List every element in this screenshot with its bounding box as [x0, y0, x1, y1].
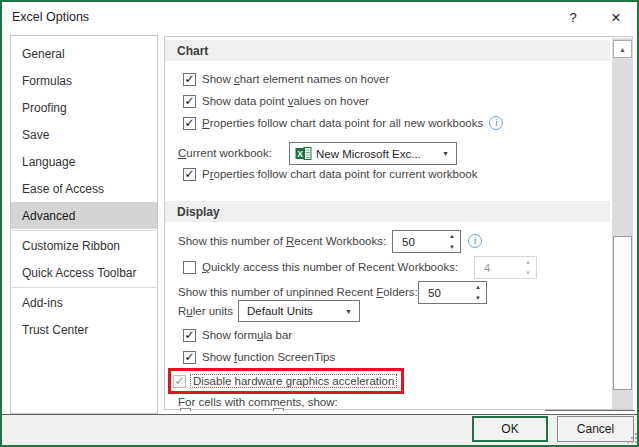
- panel-edge-line: [545, 410, 635, 411]
- spinner-up-icon[interactable]: ▲: [444, 231, 460, 242]
- show-formula-bar-label: Show formula bar: [202, 329, 292, 341]
- sidebar-item-customize-ribbon[interactable]: Customize Ribbon: [11, 232, 157, 259]
- spinner-down-icon[interactable]: ▼: [444, 242, 460, 253]
- footer-bar: OK Cancel: [2, 415, 639, 447]
- excel-workbook-icon: X: [295, 146, 312, 161]
- sidebar-item-add-ins[interactable]: Add-ins: [11, 289, 157, 316]
- scrollbar-thumb[interactable]: [613, 236, 632, 390]
- properties-follow-current-workbook-label: Properties follow chart data point for c…: [202, 168, 478, 180]
- sidebar-item-general[interactable]: General: [11, 40, 157, 67]
- unpinned-folders-label: Show this number of unpinned Recent Fold…: [178, 286, 418, 298]
- display-section-title: Display: [177, 205, 220, 219]
- sidebar-separator: [12, 287, 156, 288]
- scroll-up-icon[interactable]: ▲: [613, 40, 632, 58]
- sidebar-item-quick-access-toolbar[interactable]: Quick Access Toolbar: [11, 259, 157, 286]
- properties-follow-current-workbook-row: ✓ Properties follow chart data point for…: [183, 166, 478, 182]
- show-function-screentips-checkbox[interactable]: ✓: [183, 351, 196, 364]
- info-icon: i: [468, 234, 482, 248]
- recent-workbooks-label: Show this number of Recent Workbooks:: [178, 235, 386, 247]
- sidebar-item-trust-center[interactable]: Trust Center: [11, 316, 157, 343]
- disable-hardware-graphics-acceleration-checkbox[interactable]: ✓: [173, 375, 186, 388]
- spinner-down-icon: ▼: [520, 268, 536, 279]
- spinner-down-icon[interactable]: ▼: [470, 293, 486, 304]
- ruler-units-row: Ruler units: [178, 303, 233, 319]
- sidebar-item-ease-of-access[interactable]: Ease of Access: [11, 175, 157, 202]
- ok-button[interactable]: OK: [472, 416, 548, 442]
- show-chart-element-names-row: ✓ Show chart element names on hover: [183, 71, 389, 87]
- for-cells-with-comments-row: For cells with comments, show:: [178, 394, 338, 410]
- show-chart-element-names-label: Show chart element names on hover: [202, 73, 389, 85]
- properties-follow-new-workbooks-row: ✓ Properties follow chart data point for…: [183, 115, 503, 131]
- sidebar-separator: [12, 230, 156, 231]
- recent-workbooks-value[interactable]: 50: [393, 231, 444, 252]
- red-annotation-box: ✓ Disable hardware graphics acceleration: [168, 368, 404, 394]
- sidebar: GeneralFormulasProofingSaveLanguageEase …: [10, 35, 158, 414]
- show-function-screentips-row: ✓ Show function ScreenTips: [183, 349, 335, 365]
- current-workbook-dropdown[interactable]: X New Microsoft Exc... ▼: [289, 142, 457, 165]
- unpinned-folders-spinner[interactable]: 50 ▲ ▼: [418, 281, 487, 304]
- ruler-units-dropdown[interactable]: Default Units ▼: [238, 300, 360, 322]
- show-formula-bar-row: ✓ Show formula bar: [183, 327, 292, 343]
- chevron-down-icon: ▼: [442, 150, 456, 157]
- spinner-up-icon[interactable]: ▲: [470, 282, 486, 293]
- show-function-screentips-label: Show function ScreenTips: [202, 351, 335, 363]
- display-section-header: Display: [165, 201, 610, 222]
- for-cells-with-comments-label: For cells with comments, show:: [178, 396, 338, 408]
- sidebar-item-language[interactable]: Language: [11, 148, 157, 175]
- unpinned-folders-row: Show this number of unpinned Recent Fold…: [178, 284, 418, 300]
- properties-follow-current-workbook-checkbox[interactable]: ✓: [183, 168, 196, 181]
- dialog-title: Excel Options: [12, 10, 89, 24]
- chart-section-header: Chart: [165, 40, 610, 61]
- svg-text:X: X: [297, 149, 303, 159]
- excel-options-dialog: Excel Options ? × GeneralFormulasProofin…: [0, 0, 639, 447]
- unpinned-folders-value[interactable]: 50: [419, 282, 470, 303]
- sidebar-item-proofing[interactable]: Proofing: [11, 94, 157, 121]
- cropped-checkbox-fragment: [180, 408, 191, 411]
- spinner-up-icon: ▲: [520, 257, 536, 268]
- quick-access-label: Quickly access this number of Recent Wor…: [202, 261, 458, 273]
- sidebar-item-save[interactable]: Save: [11, 121, 157, 148]
- chart-section-title: Chart: [177, 44, 208, 58]
- properties-follow-new-workbooks-label: Properties follow chart data point for a…: [202, 117, 483, 129]
- quick-access-row: Quickly access this number of Recent Wor…: [183, 259, 458, 275]
- show-data-point-values-checkbox[interactable]: ✓: [183, 95, 196, 108]
- current-workbook-label: Current workbook:: [178, 147, 272, 159]
- quick-access-value: 4: [475, 257, 520, 278]
- show-data-point-values-row: ✓ Show data point values on hover: [183, 93, 369, 109]
- help-icon[interactable]: ?: [554, 4, 592, 31]
- current-workbook-value: New Microsoft Exc...: [316, 148, 421, 160]
- cancel-button[interactable]: Cancel: [557, 416, 634, 442]
- quick-access-spinner: 4 ▲ ▼: [474, 256, 537, 279]
- show-formula-bar-checkbox[interactable]: ✓: [183, 329, 196, 342]
- ruler-units-label: Ruler units: [178, 305, 233, 317]
- recent-workbooks-row: Show this number of Recent Workbooks:: [178, 233, 386, 249]
- show-chart-element-names-checkbox[interactable]: ✓: [183, 73, 196, 86]
- sidebar-item-advanced[interactable]: Advanced: [11, 202, 157, 229]
- current-workbook-row: Current workbook:: [178, 145, 272, 161]
- chevron-down-icon: ▼: [345, 308, 359, 315]
- close-icon[interactable]: ×: [597, 4, 635, 31]
- resize-grip[interactable]: [627, 433, 637, 443]
- cropped-checkbox-fragment: [273, 408, 284, 411]
- info-icon: i: [489, 116, 503, 130]
- properties-follow-new-workbooks-checkbox[interactable]: ✓: [183, 117, 196, 130]
- quick-access-checkbox[interactable]: [183, 261, 196, 274]
- sidebar-item-formulas[interactable]: Formulas: [11, 67, 157, 94]
- recent-workbooks-spinner[interactable]: 50 ▲ ▼: [392, 230, 461, 253]
- ruler-units-value: Default Units: [247, 305, 313, 317]
- show-data-point-values-label: Show data point values on hover: [202, 95, 369, 107]
- title-bar: Excel Options ? ×: [2, 2, 637, 33]
- disable-hardware-graphics-acceleration-label: Disable hardware graphics acceleration: [191, 375, 396, 387]
